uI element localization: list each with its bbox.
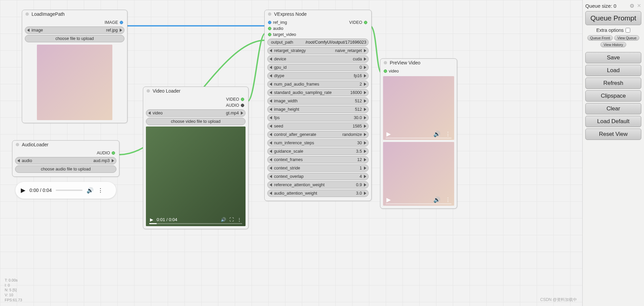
arrow-left-icon[interactable]: [270, 99, 272, 103]
arrow-left-icon[interactable]: [270, 166, 272, 170]
arrow-left-icon[interactable]: [270, 83, 272, 86]
arrow-right-icon[interactable]: [112, 159, 114, 162]
arrow-left-icon[interactable]: [27, 29, 30, 32]
arrow-left-icon[interactable]: [270, 91, 272, 94]
node-video-loader[interactable]: Video Loader VIDEO AUDIO video gt.mp4 ch…: [143, 87, 249, 229]
node-header[interactable]: LoadImagePath: [22, 10, 127, 18]
reference_attention_weight-widget[interactable]: reference_attention_weight0.9: [267, 181, 369, 189]
arrow-left-icon[interactable]: [270, 192, 272, 195]
play-icon[interactable]: ▶: [386, 196, 391, 203]
video-progress-bar[interactable]: [386, 138, 451, 139]
output-port-audio[interactable]: [112, 151, 115, 155]
load-button[interactable]: Load: [585, 65, 641, 76]
queue-prompt-button[interactable]: Queue Prompt: [585, 11, 641, 25]
arrow-right-icon[interactable]: [120, 29, 122, 32]
seed-widget[interactable]: seed1585: [267, 122, 369, 130]
close-icon[interactable]: ✕: [637, 3, 641, 9]
node-audio-loader[interactable]: AudioLoader AUDIO audio aud.mp3 choose a…: [12, 140, 119, 177]
context_overlap-widget[interactable]: context_overlap4: [267, 173, 369, 180]
choose-video-button[interactable]: choose video file to upload: [146, 118, 246, 125]
gear-icon[interactable]: ⚙: [630, 3, 634, 9]
retarget_strategy-widget[interactable]: retarget_strategynaive_retarget: [267, 47, 369, 54]
arrow-right-icon[interactable]: [241, 111, 243, 115]
video-preview[interactable]: ▶ 0:01 / 0:04 🔊 ⛶ ⋮: [146, 126, 246, 226]
image_height-widget[interactable]: image_height512: [267, 106, 369, 113]
input-port-target[interactable]: [268, 33, 271, 36]
arrow-left-icon[interactable]: [270, 74, 272, 78]
collapse-dot-icon[interactable]: [384, 61, 387, 64]
choose-audio-button[interactable]: choose audio file to upload: [15, 165, 116, 173]
arrow-left-icon[interactable]: [148, 111, 151, 115]
audio-widget[interactable]: audio aud.mp3: [15, 157, 116, 164]
arrow-right-icon[interactable]: [364, 116, 366, 119]
play-icon[interactable]: ▶: [150, 217, 153, 222]
output-port-image[interactable]: [120, 21, 123, 24]
play-icon[interactable]: ▶: [386, 131, 391, 138]
arrow-right-icon[interactable]: [364, 57, 366, 61]
arrow-left-icon[interactable]: [270, 66, 272, 69]
arrow-right-icon[interactable]: [364, 192, 366, 195]
output_path-widget[interactable]: output_path/root/ComfyUI/output/17169602…: [267, 39, 369, 46]
node-preview-video[interactable]: PreView Video video ▶🔊⋮ ▶🔊⋮: [380, 58, 457, 209]
arrow-right-icon[interactable]: [364, 108, 366, 111]
video-progress-bar[interactable]: [149, 223, 242, 224]
input-port-video[interactable]: [384, 69, 387, 73]
arrow-left-icon[interactable]: [270, 158, 272, 161]
node-header[interactable]: PreView Video: [380, 59, 457, 67]
arrow-left-icon[interactable]: [270, 150, 272, 153]
menu-icon[interactable]: ⋮: [237, 217, 241, 222]
arrow-right-icon[interactable]: [364, 141, 366, 145]
arrow-left-icon[interactable]: [270, 175, 272, 178]
video-progress-bar[interactable]: [386, 203, 451, 204]
reset-view-button[interactable]: Reset View: [585, 129, 641, 140]
queue-front-button[interactable]: Queue Front: [587, 35, 613, 41]
view-queue-button[interactable]: View Queue: [614, 35, 639, 41]
node-header[interactable]: Video Loader: [143, 87, 248, 95]
node-header[interactable]: AudioLoader: [12, 141, 119, 149]
input-port-audio[interactable]: [268, 27, 271, 30]
preview-video-1[interactable]: ▶🔊⋮: [383, 76, 454, 140]
collapse-dot-icon[interactable]: [16, 143, 19, 146]
gpu_id-widget[interactable]: gpu_id0: [267, 64, 369, 71]
audio_attention_weight-widget[interactable]: audio_attention_weight3.0: [267, 190, 369, 197]
volume-icon[interactable]: 🔊: [433, 131, 440, 138]
arrow-left-icon[interactable]: [270, 133, 272, 136]
arrow-left-icon[interactable]: [270, 49, 272, 52]
volume-icon[interactable]: 🔊: [433, 196, 440, 203]
image-widget[interactable]: image ref.jpg: [25, 27, 124, 34]
node-load-image-path[interactable]: LoadImagePath IMAGE image ref.jpg choose…: [22, 10, 127, 123]
save-button[interactable]: Save: [585, 52, 641, 63]
canvas[interactable]: LoadImagePath IMAGE image ref.jpg choose…: [0, 0, 582, 306]
output-port-audio[interactable]: [241, 104, 244, 107]
collapse-dot-icon[interactable]: [268, 12, 271, 16]
num_inference_steps-widget[interactable]: num_inference_steps30: [267, 139, 369, 147]
input-port-ref[interactable]: [268, 21, 271, 24]
extra-options-row[interactable]: Extra options: [585, 27, 641, 34]
num_pad_audio_frames-widget[interactable]: num_pad_audio_frames2: [267, 81, 369, 88]
node-header[interactable]: VExpress Node: [265, 10, 371, 18]
arrow-right-icon[interactable]: [364, 99, 366, 103]
arrow-left-icon[interactable]: [17, 159, 20, 162]
fps-widget[interactable]: fps30.0: [267, 114, 369, 121]
standard_audio_sampling_rate-widget[interactable]: standard_audio_sampling_rate16000: [267, 89, 369, 96]
context_frames-widget[interactable]: context_frames12: [267, 156, 369, 163]
dtype-widget[interactable]: dtypefp16: [267, 72, 369, 80]
choose-file-button[interactable]: choose file to upload: [25, 35, 124, 42]
arrow-left-icon[interactable]: [270, 124, 272, 128]
collapse-dot-icon[interactable]: [25, 12, 29, 16]
volume-icon[interactable]: 🔊: [87, 187, 94, 194]
arrow-right-icon[interactable]: [364, 124, 366, 128]
output-port-video[interactable]: [241, 98, 244, 101]
arrow-right-icon[interactable]: [364, 175, 366, 178]
arrow-right-icon[interactable]: [364, 49, 366, 52]
arrow-left-icon[interactable]: [270, 116, 272, 119]
guidance_scale-widget[interactable]: guidance_scale3.5: [267, 148, 369, 155]
clipspace-button[interactable]: Clipspace: [585, 90, 641, 102]
menu-icon[interactable]: ⋮: [445, 131, 451, 138]
clear-button[interactable]: Clear: [585, 103, 641, 114]
arrow-left-icon[interactable]: [270, 183, 272, 187]
context_stride-widget[interactable]: context_stride1: [267, 164, 369, 172]
arrow-right-icon[interactable]: [364, 183, 366, 187]
audio-player[interactable]: ▶ 0:00 / 0:04 🔊 ⋮: [15, 182, 116, 199]
control_after_generate-widget[interactable]: control_after_generaterandomize: [267, 131, 369, 138]
